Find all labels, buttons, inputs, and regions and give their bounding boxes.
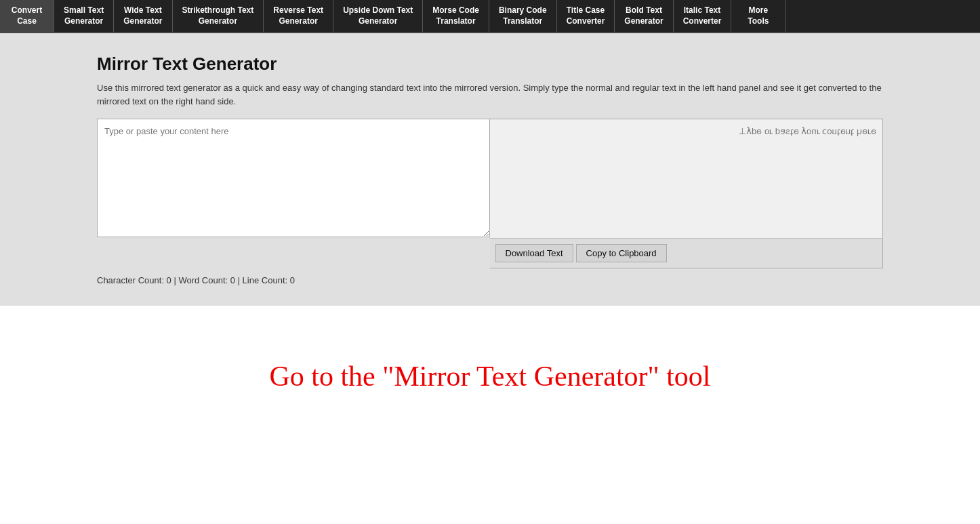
page-title: Mirror Text Generator bbox=[97, 54, 883, 75]
nav-item-more-tools[interactable]: More Tools bbox=[731, 0, 785, 32]
nav-item-upside-down-text[interactable]: Upside Down Text Generator bbox=[333, 0, 423, 32]
nav-item-title-case[interactable]: Title Case Converter bbox=[557, 0, 615, 32]
output-textarea bbox=[490, 119, 883, 238]
nav-item-italic-text[interactable]: Italic Text Converter bbox=[674, 0, 732, 32]
output-buttons: Download Text Copy to Clipboard bbox=[490, 238, 883, 268]
nav-item-bold-text[interactable]: Bold Text Generator bbox=[615, 0, 673, 32]
output-panel: Download Text Copy to Clipboard bbox=[490, 119, 884, 268]
nav-item-strikethrough-text[interactable]: Strikethrough Text Generator bbox=[173, 0, 264, 32]
nav-item-morse-code[interactable]: Morse Code Translator bbox=[423, 0, 489, 32]
page-description: Use this mirrored text generator as a qu… bbox=[97, 81, 883, 108]
copy-clipboard-button[interactable]: Copy to Clipboard bbox=[576, 244, 667, 262]
converter-area: Download Text Copy to Clipboard bbox=[97, 119, 883, 268]
nav-item-small-text[interactable]: Small Text Generator bbox=[54, 0, 114, 32]
navbar: Convert CaseSmall Text GeneratorWide Tex… bbox=[0, 0, 980, 33]
stats-bar: Character Count: 0 | Word Count: 0 | Lin… bbox=[97, 275, 883, 285]
nav-item-reverse-text[interactable]: Reverse Text Generator bbox=[264, 0, 333, 32]
download-text-button[interactable]: Download Text bbox=[495, 244, 573, 262]
promo-text: Go to the "Mirror Text Generator" tool bbox=[0, 360, 980, 392]
input-textarea[interactable] bbox=[97, 119, 490, 237]
nav-item-convert-case[interactable]: Convert Case bbox=[0, 0, 54, 32]
promo-section: Go to the "Mirror Text Generator" tool bbox=[0, 360, 980, 392]
nav-item-binary-code[interactable]: Binary Code Translator bbox=[489, 0, 557, 32]
main-content-area: Mirror Text Generator Use this mirrored … bbox=[83, 33, 897, 306]
input-panel bbox=[97, 119, 490, 268]
nav-item-wide-text[interactable]: Wide Text Generator bbox=[114, 0, 172, 32]
